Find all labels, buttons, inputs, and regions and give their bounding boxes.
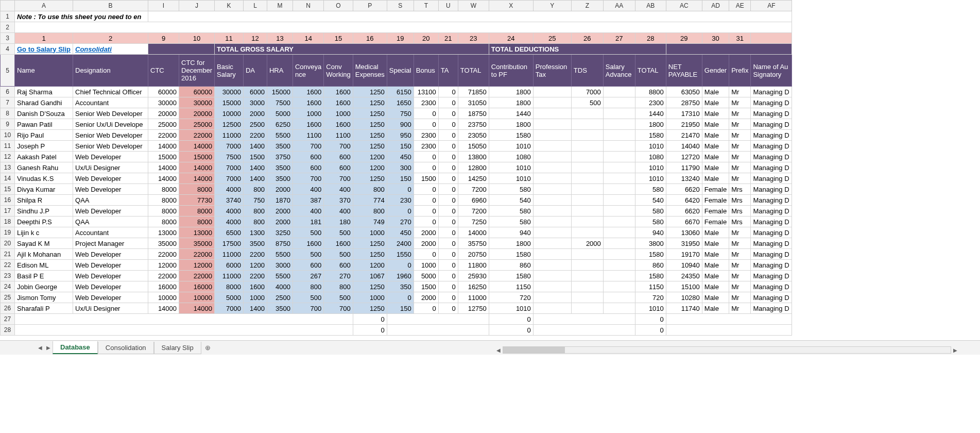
cell[interactable]: 13 <box>267 33 293 44</box>
cell[interactable]: 19 <box>387 33 414 44</box>
cell-ctc-month[interactable]: 22000 <box>179 271 215 281</box>
cell-advance[interactable] <box>603 281 635 292</box>
cell-convwork[interactable]: 1100 <box>324 130 353 141</box>
cell-designation[interactable]: Senior Web Developer <box>73 141 148 152</box>
cell-hra[interactable]: 6250 <box>267 119 293 130</box>
cell-convey[interactable]: 1600 <box>293 87 323 97</box>
cell[interactable] <box>15 314 353 325</box>
cell-advance[interactable] <box>603 216 635 227</box>
cell-net[interactable]: 21470 <box>666 130 702 141</box>
cell-gender[interactable]: Female <box>702 184 729 195</box>
cell-special[interactable]: 150 <box>387 141 414 152</box>
cell[interactable]: 20 <box>414 33 438 44</box>
cell-designation[interactable]: Senior Web Developer <box>73 108 148 119</box>
row-header[interactable]: 25 <box>1 292 15 303</box>
cell-convey[interactable]: 1000 <box>293 108 323 119</box>
cell-ctc[interactable]: 14000 <box>148 162 179 173</box>
cell-bonus[interactable]: 2000 <box>414 292 438 303</box>
cell-name[interactable]: Edison ML <box>15 260 73 271</box>
cell-gender[interactable]: Male <box>702 130 729 141</box>
cell-signatory[interactable]: Managing D <box>751 292 792 303</box>
cell-ctc-month[interactable]: 13000 <box>179 227 215 238</box>
cell-basic[interactable]: 17500 <box>214 238 243 249</box>
cell[interactable] <box>387 325 489 336</box>
cell-ctc-month[interactable]: 8000 <box>179 184 215 195</box>
cell-name[interactable]: Basil P E <box>15 271 73 281</box>
cell-net[interactable]: 6420 <box>666 195 702 206</box>
cell-special[interactable]: 750 <box>387 108 414 119</box>
row-header[interactable]: 22 <box>1 260 15 271</box>
row-header[interactable]: 3 <box>1 33 15 44</box>
cell-total-ded[interactable]: 1010 <box>635 162 666 173</box>
cell-designation[interactable]: Web Developer <box>73 249 148 260</box>
cell-convwork[interactable]: 1600 <box>324 238 353 249</box>
cell-ctc[interactable]: 14000 <box>148 303 179 314</box>
cell-name[interactable]: Rijo Paul <box>15 130 73 141</box>
cell-advance[interactable] <box>603 184 635 195</box>
cell-ta[interactable]: 0 <box>438 216 458 227</box>
cell-prefix[interactable]: Mrs <box>729 206 751 216</box>
cell-tds[interactable] <box>571 271 603 281</box>
cell-advance[interactable] <box>603 249 635 260</box>
col-header[interactable]: AD <box>702 1 729 11</box>
cell-ctc[interactable]: 8000 <box>148 195 179 206</box>
cell-tds[interactable] <box>571 206 603 216</box>
cell[interactable] <box>533 314 635 325</box>
cell[interactable] <box>15 325 353 336</box>
cell-prefix[interactable]: Mr <box>729 173 751 184</box>
cell-medical[interactable]: 1200 <box>353 152 387 162</box>
cell-basic[interactable]: 4000 <box>214 184 243 195</box>
cell-convwork[interactable]: 500 <box>324 227 353 238</box>
cell-da[interactable]: 2500 <box>243 119 267 130</box>
cell-medical[interactable]: 774 <box>353 195 387 206</box>
cell-pf[interactable]: 1800 <box>489 119 533 130</box>
cell-gender[interactable]: Female <box>702 216 729 227</box>
cell-medical[interactable]: 1000 <box>353 292 387 303</box>
cell-advance[interactable] <box>603 238 635 249</box>
tab-database[interactable]: Database <box>53 341 98 354</box>
cell-advance[interactable] <box>603 141 635 152</box>
cell-basic[interactable]: 7000 <box>214 303 243 314</box>
cell-total-ded[interactable]: 540 <box>635 195 666 206</box>
cell-prefix[interactable]: Mr <box>729 130 751 141</box>
cell-tds[interactable] <box>571 173 603 184</box>
cell-net[interactable]: 10280 <box>666 292 702 303</box>
cell-net[interactable]: 6620 <box>666 206 702 216</box>
cell-signatory[interactable]: Managing D <box>751 206 792 216</box>
col-header[interactable]: AA <box>603 1 635 11</box>
cell-bonus[interactable]: 0 <box>414 108 438 119</box>
cell-ptax[interactable] <box>533 162 571 173</box>
cell-ta[interactable]: 0 <box>438 195 458 206</box>
cell-tds[interactable] <box>571 260 603 271</box>
cell-total-gross[interactable]: 14250 <box>458 173 489 184</box>
cell-pf[interactable]: 1580 <box>489 130 533 141</box>
row-header[interactable]: 17 <box>1 206 15 216</box>
col-header[interactable]: U <box>438 1 458 11</box>
cell-ta[interactable]: 0 <box>438 173 458 184</box>
cell-special[interactable]: 450 <box>387 152 414 162</box>
cell-ptax[interactable] <box>533 141 571 152</box>
cell-prefix[interactable]: Mr <box>729 87 751 97</box>
cell-total-ded[interactable]: 940 <box>635 227 666 238</box>
cell-bonus[interactable]: 0 <box>414 162 438 173</box>
cell-ctc[interactable]: 25000 <box>148 119 179 130</box>
cell-ta[interactable]: 0 <box>438 119 458 130</box>
cell-bonus[interactable]: 1500 <box>414 173 438 184</box>
row-header[interactable]: 15 <box>1 184 15 195</box>
cell-pf[interactable]: 1440 <box>489 108 533 119</box>
tab-consolidation[interactable]: Consolidation <box>98 342 154 354</box>
cell-da[interactable]: 1500 <box>243 152 267 162</box>
cell-signatory[interactable]: Managing D <box>751 87 792 97</box>
cell-special[interactable]: 950 <box>387 130 414 141</box>
cell-net[interactable]: 15100 <box>666 281 702 292</box>
cell-ctc[interactable]: 8000 <box>148 206 179 216</box>
cell-advance[interactable] <box>603 119 635 130</box>
cell-da[interactable]: 2200 <box>243 249 267 260</box>
cell-ctc-month[interactable]: 10000 <box>179 292 215 303</box>
cell[interactable]: 24 <box>489 33 533 44</box>
cell-da[interactable]: 1000 <box>243 292 267 303</box>
cell-special[interactable]: 1650 <box>387 97 414 108</box>
cell-convwork[interactable]: 400 <box>324 206 353 216</box>
cell-medical[interactable]: 0 <box>353 314 387 325</box>
cell-name[interactable]: Jobin George <box>15 281 73 292</box>
